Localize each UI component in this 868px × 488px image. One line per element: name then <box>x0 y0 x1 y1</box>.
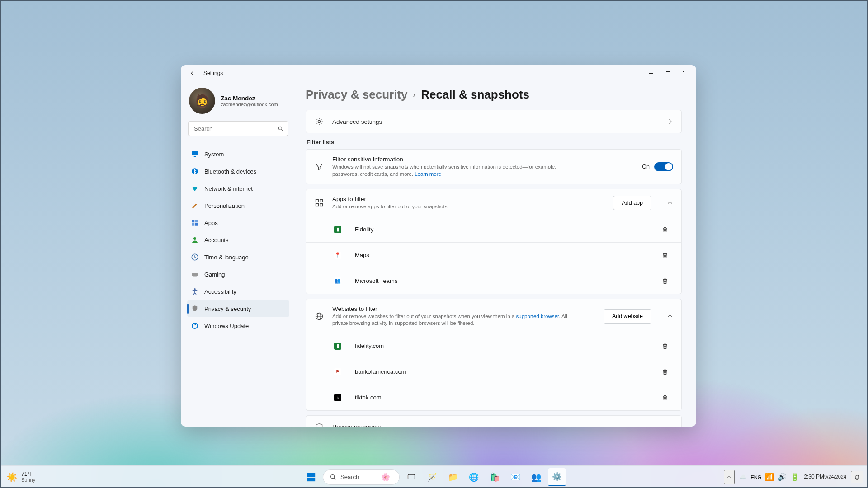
task-view-button[interactable] <box>402 468 420 486</box>
svg-rect-13 <box>192 273 198 277</box>
close-icon <box>683 71 688 76</box>
store-button[interactable]: 🛍️ <box>486 468 504 486</box>
svg-rect-19 <box>316 204 319 206</box>
weather-widget[interactable]: ☀️ 71°F Sunny <box>0 471 42 483</box>
sidebar-item-time-language[interactable]: Time & language <box>187 249 289 266</box>
delete-app-button[interactable] <box>659 275 671 287</box>
sidebar-item-apps[interactable]: Apps <box>187 214 289 231</box>
shield-icon <box>191 305 199 313</box>
delete-website-button[interactable] <box>659 366 671 378</box>
chevron-right-icon <box>667 118 673 125</box>
delete-app-button[interactable] <box>659 249 671 262</box>
mail-icon: 📧 <box>510 472 520 482</box>
add-website-button[interactable]: Add website <box>604 309 651 324</box>
start-button[interactable] <box>302 468 320 486</box>
sidebar-item-label: Accounts <box>204 237 228 244</box>
tray-overflow-button[interactable] <box>724 470 735 484</box>
sidebar-item-privacy-security[interactable]: Privacy & security <box>187 300 289 317</box>
clock-button[interactable]: 2:30 PM 9/24/2024 <box>804 470 846 484</box>
sidebar-item-personalization[interactable]: Personalization <box>187 197 289 214</box>
gear-icon: ⚙️ <box>552 472 562 482</box>
sidebar-item-gaming[interactable]: Gaming <box>187 266 289 283</box>
task-view-icon <box>407 473 416 482</box>
svg-rect-26 <box>307 477 311 481</box>
apps-to-filter-card: Apps to filter Add or remove apps to fil… <box>306 189 682 294</box>
delete-website-button[interactable] <box>659 340 671 352</box>
toggle-state-label: On <box>642 164 650 170</box>
app-app-icon: 👥 <box>334 277 341 285</box>
system-tray-cluster[interactable]: ENG 📶 🔊 🔋 <box>751 473 800 481</box>
website-name: tiktok.com <box>355 394 651 401</box>
apps-filter-description: Add or remove apps to filter out of your… <box>332 203 567 211</box>
gamepad-icon <box>191 270 199 278</box>
chevron-up-icon[interactable] <box>667 313 673 319</box>
privacy-resources-card[interactable]: Privacy resources <box>306 415 682 427</box>
learn-more-link[interactable]: Learn more <box>415 171 441 177</box>
svg-rect-27 <box>311 477 315 481</box>
maximize-button[interactable] <box>659 67 676 80</box>
settings-window: Settings 🧔 Zac Mendez zacmendez@outlook.… <box>181 65 696 427</box>
trash-icon <box>661 226 669 233</box>
edge-button[interactable]: 🌐 <box>465 468 483 486</box>
trash-icon <box>661 368 669 375</box>
delete-app-button[interactable] <box>659 223 671 236</box>
minimize-button[interactable] <box>642 67 659 80</box>
sidebar-item-label: Gaming <box>204 271 225 278</box>
chevron-up-icon[interactable] <box>667 200 673 206</box>
svg-rect-7 <box>192 220 194 222</box>
weather-condition: Sunny <box>21 477 35 483</box>
wifi-tray-icon: 📶 <box>765 473 774 481</box>
svg-point-15 <box>192 323 198 328</box>
taskbar-search[interactable]: Search 🌸 <box>323 469 400 485</box>
funnel-icon <box>314 162 324 172</box>
profile-block[interactable]: 🧔 Zac Mendez zacmendez@outlook.com <box>187 85 289 119</box>
sidebar-item-system[interactable]: System <box>187 145 289 163</box>
sensitive-title: Filter sensitive information <box>332 156 634 163</box>
maximize-icon <box>665 71 670 76</box>
copilot-button[interactable]: 🪄 <box>423 468 441 486</box>
filter-lists-heading: Filter lists <box>307 139 682 145</box>
delete-website-button[interactable] <box>659 391 671 404</box>
copilot-icon: 🪄 <box>427 472 437 482</box>
breadcrumb-parent[interactable]: Privacy & security <box>306 88 407 102</box>
titlebar: Settings <box>181 65 696 81</box>
search-input[interactable] <box>188 121 288 136</box>
sidebar-item-bluetooth-devices[interactable]: Bluetooth & devices <box>187 163 289 180</box>
notifications-button[interactable] <box>851 471 863 483</box>
trash-icon <box>661 394 669 401</box>
trash-icon <box>661 343 669 350</box>
app-name: Maps <box>355 252 651 258</box>
outlook-button[interactable]: 📧 <box>506 468 524 486</box>
close-button[interactable] <box>676 67 693 80</box>
settings-taskbar-button[interactable]: ⚙️ <box>548 468 566 486</box>
file-explorer-button[interactable]: 📁 <box>444 468 462 486</box>
sensitive-toggle[interactable] <box>654 162 673 171</box>
sidebar-item-accessibility[interactable]: Accessibility <box>187 283 289 300</box>
page-title: Recall & snapshots <box>421 88 529 102</box>
svg-line-3 <box>282 130 283 131</box>
edge-icon: 🌐 <box>469 472 479 482</box>
add-app-button[interactable]: Add app <box>613 196 651 210</box>
svg-rect-9 <box>192 223 194 226</box>
website-row: ⚑bankofamerica.com <box>306 359 681 385</box>
sidebar-item-network-internet[interactable]: Network & internet <box>187 180 289 197</box>
svg-rect-25 <box>311 473 315 476</box>
sidebar-item-accounts[interactable]: Accounts <box>187 231 289 249</box>
globe-clock-icon <box>191 253 199 261</box>
svg-rect-30 <box>408 474 415 479</box>
back-button[interactable] <box>187 68 198 79</box>
websites-to-filter-card: Websites to filter Add or remove website… <box>306 299 682 411</box>
volume-tray-icon: 🔊 <box>778 473 787 481</box>
bluetooth-icon <box>191 167 199 175</box>
battery-tray-icon: 🔋 <box>790 473 799 481</box>
app-row: ▮Fidelity <box>306 217 681 242</box>
sidebar-item-windows-update[interactable]: Windows Update <box>187 317 289 334</box>
sidebar-item-label: System <box>204 151 224 158</box>
supported-browser-link[interactable]: supported browser <box>516 314 559 319</box>
advanced-settings-card[interactable]: Advanced settings <box>306 110 682 133</box>
svg-line-29 <box>334 478 335 479</box>
sidebar-item-label: Time & language <box>204 254 249 261</box>
onedrive-tray-icon[interactable]: ☁️ <box>739 470 746 484</box>
teams-button[interactable]: 👥 <box>527 468 545 486</box>
svg-point-28 <box>331 474 335 478</box>
